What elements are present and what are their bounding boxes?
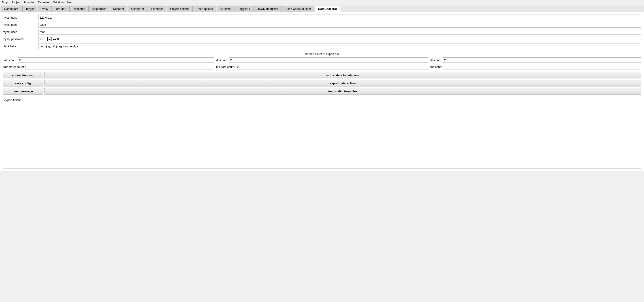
section-title: the min count to export dict	[3, 52, 641, 56]
tab-target[interactable]: Target	[22, 6, 37, 12]
export-data-to-database-button[interactable]: export data to database	[44, 72, 641, 78]
count-row-2: parameter count: full path count: sub co…	[3, 64, 641, 70]
sub-count-label: sub count	[430, 65, 442, 69]
dir-count-input[interactable]	[229, 57, 428, 63]
tab-bar: Dashboard Target Proxy Intruder Repeater…	[0, 5, 644, 12]
menu-window[interactable]: Window	[53, 1, 64, 4]
tab-datacollector[interactable]: DataCollector	[315, 6, 340, 12]
mysql-port-row: mysql port:	[3, 22, 641, 28]
save-config-button[interactable]: save config	[3, 80, 43, 87]
count-row-1: path count: dir count: file count:	[3, 57, 641, 63]
full-path-count-label: full path count:	[216, 65, 235, 69]
dir-count-group: dir count:	[216, 57, 428, 63]
tab-comparer[interactable]: Comparer	[128, 6, 148, 12]
tab-dashboard[interactable]: Dashboard	[1, 6, 22, 12]
mysql-host-input[interactable]	[38, 15, 641, 20]
tab-user-options[interactable]: User options	[193, 6, 216, 12]
tab-autorize[interactable]: Autorize	[216, 6, 234, 12]
full-path-count-group: full path count:	[216, 64, 428, 70]
tab-repeater[interactable]: Repeater	[69, 6, 88, 12]
tab-proxy[interactable]: Proxy	[38, 6, 52, 12]
mysql-password-row: mysql password:	[3, 36, 641, 42]
mysql-password-input[interactable]	[38, 36, 641, 42]
mysql-port-label: mysql port:	[3, 23, 38, 27]
menu-burp[interactable]: Burp	[2, 1, 8, 4]
dir-count-label: dir count:	[216, 59, 228, 62]
tab-sequencer[interactable]: Sequencer	[88, 6, 109, 12]
mysql-user-input[interactable]	[38, 29, 641, 35]
mysql-user-row: mysql user:	[3, 29, 641, 35]
tab-scan-check-builder[interactable]: Scan Check Builder	[282, 6, 314, 12]
import-dict-from-files-button[interactable]: import dict from files	[44, 88, 641, 95]
tab-intruder[interactable]: Intruder	[52, 6, 69, 12]
menu-intruder[interactable]: Intruder	[24, 1, 34, 4]
path-count-group: path count:	[3, 57, 214, 63]
path-count-input[interactable]	[18, 57, 214, 63]
connection-test-button[interactable]: connection test	[3, 72, 43, 78]
tab-project-options[interactable]: Project options	[167, 6, 193, 12]
sub-count-input[interactable]	[443, 64, 641, 70]
full-path-count-input[interactable]	[236, 64, 428, 70]
file-count-group: file count:	[430, 57, 641, 63]
mysql-user-label: mysql user:	[3, 30, 38, 34]
file-count-input[interactable]	[443, 57, 641, 63]
mysql-host-label: mysql host:	[3, 16, 38, 19]
parameter-count-group: parameter count:	[3, 64, 214, 70]
path-count-label: path count:	[3, 59, 17, 62]
message-content: export finish!	[4, 98, 21, 102]
menu-project[interactable]: Project	[12, 1, 20, 4]
file-count-label: file count:	[430, 59, 442, 62]
message-area: export finish!	[3, 97, 641, 168]
menu-repeater[interactable]: Repeater	[38, 1, 50, 4]
tab-logger-pp[interactable]: Logger++	[234, 6, 254, 12]
sub-count-group: sub count	[430, 64, 641, 70]
black-list-ext-label: black list ext	[3, 45, 38, 48]
tab-extender[interactable]: Extender	[148, 6, 166, 12]
black-list-ext-row: black list ext	[3, 43, 641, 49]
tab-json-beautifier[interactable]: JSON Beautifier	[254, 6, 282, 12]
export-data-to-files-button[interactable]: export data to files	[44, 80, 641, 87]
clear-message-button[interactable]: clear message	[3, 88, 43, 95]
tab-decoder[interactable]: Decoder	[110, 6, 127, 12]
parameter-count-label: parameter count:	[3, 65, 24, 69]
mysql-password-label: mysql password:	[3, 38, 38, 41]
black-list-ext-input[interactable]	[38, 43, 641, 49]
main-content: mysql host: mysql port: mysql user: mysq…	[0, 12, 644, 171]
buttons-area: connection test export data to database …	[3, 72, 641, 95]
mysql-host-row: mysql host:	[3, 15, 641, 20]
mysql-port-input[interactable]	[38, 22, 641, 28]
parameter-count-input[interactable]	[26, 64, 214, 70]
menu-help[interactable]: Help	[67, 1, 73, 4]
menu-bar: Burp Project Intruder Repeater Window He…	[0, 0, 644, 5]
